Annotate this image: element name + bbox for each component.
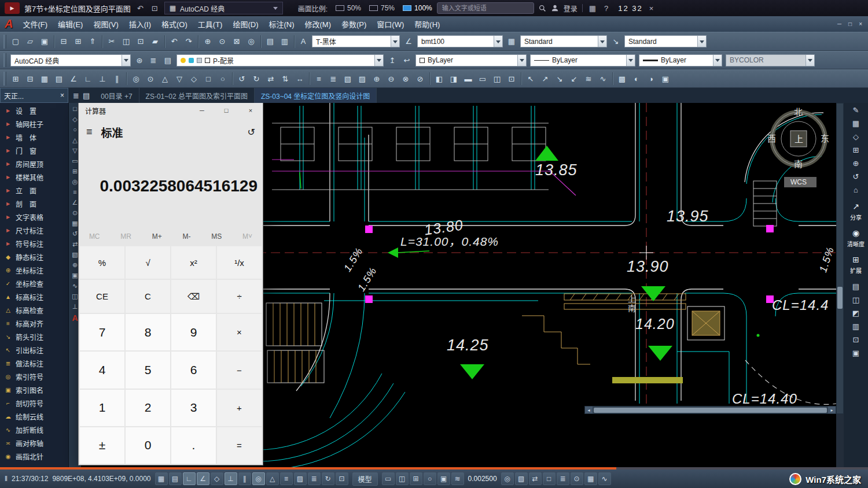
toolbar-icon[interactable] bbox=[52, 35, 56, 49]
status-toggle[interactable]: ∥ bbox=[238, 472, 251, 485]
toolbar-icon[interactable]: ⊘ bbox=[413, 72, 427, 86]
toolbar-icon[interactable]: ◫ bbox=[72, 293, 78, 300]
hamburger-menu-icon[interactable]: ≡ bbox=[86, 126, 93, 138]
sidebar-item[interactable]: ▶房间屋顶 bbox=[0, 157, 68, 171]
status-toggle[interactable]: ∠ bbox=[197, 472, 209, 485]
minimize-button[interactable]: ─ bbox=[190, 107, 214, 114]
toolbar-icon[interactable]: ▩ bbox=[615, 72, 629, 86]
toolbar-icon[interactable]: ⌂ bbox=[854, 186, 858, 194]
dim-style-icon[interactable]: ∠ bbox=[402, 35, 415, 49]
toolbar-icon[interactable] bbox=[610, 72, 615, 86]
memory-button[interactable]: MS bbox=[211, 232, 222, 241]
calculator-key[interactable]: % bbox=[80, 246, 124, 279]
workspace-select[interactable]: AutoCAD 经典 bbox=[10, 54, 131, 66]
publish-icon[interactable]: ⇑ bbox=[86, 35, 100, 49]
status-icon[interactable]: ◎ bbox=[501, 472, 514, 485]
toolbar-icon[interactable]: ∠ bbox=[67, 72, 80, 86]
toolbar-icon[interactable]: ▣ bbox=[72, 272, 78, 279]
toolbar-icon[interactable]: ⊗ bbox=[399, 72, 413, 86]
save-icon[interactable]: ▣ bbox=[38, 35, 52, 49]
status-toggle[interactable]: ∟ bbox=[183, 472, 196, 485]
toolbar-icon[interactable] bbox=[259, 35, 263, 49]
scrollbar-thumb[interactable] bbox=[837, 287, 843, 309]
toolbar-icon[interactable]: ↖ bbox=[524, 72, 538, 86]
status-toggle[interactable]: ↻ bbox=[322, 472, 334, 485]
status-toggle[interactable]: ▦ bbox=[155, 472, 168, 485]
status-toggle[interactable]: ⊡ bbox=[336, 472, 348, 485]
menu-view[interactable]: 视图(V) bbox=[88, 17, 123, 31]
sidebar-item[interactable]: △标高检查 bbox=[0, 304, 68, 317]
status-toggle[interactable]: ≣ bbox=[308, 472, 321, 485]
status-toggle[interactable]: ▨ bbox=[294, 472, 307, 485]
calculator-key[interactable]: √ bbox=[126, 246, 170, 279]
toolbar-icon[interactable]: ⊙ bbox=[72, 210, 78, 216]
maximize-button[interactable]: □ bbox=[214, 107, 238, 114]
toolbar-icon[interactable]: ▭ bbox=[476, 72, 490, 86]
designcenter-icon[interactable]: ▥ bbox=[278, 35, 292, 49]
layer-properties-icon[interactable]: ≣ bbox=[146, 53, 160, 67]
toolbar-icon[interactable]: ↘ bbox=[553, 72, 567, 86]
pause-icon[interactable]: ‖ bbox=[5, 475, 8, 483]
toolbar-icon[interactable]: ▥ bbox=[852, 323, 859, 330]
sidebar-item[interactable]: ▶剖 面 bbox=[0, 197, 68, 210]
memory-button[interactable]: MC bbox=[89, 232, 100, 241]
tab-list-icon[interactable]: ▤ bbox=[83, 92, 90, 99]
toolbar-icon[interactable]: ↺ bbox=[235, 72, 249, 86]
toolbar-icon[interactable]: □ bbox=[73, 106, 77, 112]
toolbar-icon[interactable]: ○ bbox=[73, 127, 77, 133]
vertical-scrollbar[interactable] bbox=[836, 103, 844, 414]
calculator-key[interactable]: ⌫ bbox=[171, 280, 216, 313]
calculator-key[interactable]: − bbox=[217, 352, 262, 388]
toolbar-icon[interactable] bbox=[124, 72, 128, 86]
apps-grid-icon[interactable]: ▦ bbox=[587, 4, 598, 13]
gear-icon[interactable]: ⊛ bbox=[133, 53, 146, 67]
toolbar-grip[interactable] bbox=[3, 35, 6, 49]
palette-header[interactable]: 天正... × bbox=[0, 88, 68, 103]
toolbar-icon[interactable]: ⊡ bbox=[505, 72, 518, 86]
scale-75-button[interactable]: 75% bbox=[369, 4, 395, 12]
drawing-tab[interactable]: 00目录 +7 bbox=[94, 88, 139, 103]
toolbar-icon[interactable]: ▽ bbox=[72, 147, 77, 154]
toolbar-icon[interactable]: ◇ bbox=[853, 133, 859, 141]
status-toggle[interactable]: ◎ bbox=[252, 472, 265, 485]
linetype-select[interactable]: ByLayer bbox=[530, 54, 635, 66]
sidebar-item[interactable]: ∿加折断线 bbox=[0, 423, 68, 437]
toolbar-icon[interactable]: ⊞ bbox=[853, 146, 859, 154]
text-style-icon[interactable]: A bbox=[296, 35, 310, 49]
toolbar-icon[interactable]: ▬ bbox=[461, 72, 475, 86]
zoom-previous-icon[interactable]: ◎ bbox=[244, 35, 258, 49]
calculator-key[interactable]: 7 bbox=[80, 314, 124, 350]
app-workspace-select[interactable]: ▦ AutoCAD 经典 bbox=[164, 2, 283, 14]
minimize-icon[interactable]: ─ bbox=[837, 21, 841, 27]
sidebar-item[interactable]: ▶轴网柱子 bbox=[0, 117, 68, 131]
toolbar-icon[interactable]: ↺ bbox=[72, 231, 78, 237]
status-toggle[interactable]: ≡ bbox=[280, 472, 293, 485]
close-icon[interactable]: × bbox=[648, 4, 656, 13]
toolbar-icon[interactable]: ⊥ bbox=[95, 72, 109, 86]
toolbar-icon[interactable]: ⊕ bbox=[72, 262, 78, 268]
scroll-left-icon[interactable]: ◂ bbox=[585, 406, 593, 413]
toolbar-icon[interactable]: ↻ bbox=[249, 72, 263, 86]
plot-icon[interactable]: ⊟ bbox=[57, 35, 71, 49]
status-icon[interactable]: ≋ bbox=[451, 472, 464, 485]
redo-icon[interactable]: ↷ bbox=[182, 35, 196, 49]
toolbar-icon[interactable] bbox=[428, 72, 432, 86]
quality-button[interactable]: ◉清晰度 bbox=[847, 228, 865, 248]
toolbar-icon[interactable]: ◎ bbox=[129, 72, 143, 86]
toolbar-icon[interactable]: ≣ bbox=[326, 72, 340, 86]
layer-states-icon[interactable]: ▤ bbox=[161, 53, 175, 67]
sidebar-item[interactable]: ▶符号标注 bbox=[0, 237, 68, 250]
memory-button[interactable]: M+ bbox=[152, 232, 162, 241]
zoom-realtime-icon[interactable]: ⊙ bbox=[215, 35, 229, 49]
status-icon[interactable]: ⊙ bbox=[571, 472, 583, 485]
menu-edit[interactable]: 编辑(E) bbox=[53, 17, 88, 31]
sidebar-item[interactable]: ≣做法标注 bbox=[0, 357, 68, 370]
menu-dimension[interactable]: 标注(N) bbox=[263, 17, 299, 31]
toolbar-icon[interactable]: ▦ bbox=[852, 120, 859, 127]
sidebar-item[interactable]: ▣索引图名 bbox=[0, 383, 68, 397]
toolbar-icon[interactable]: ▧ bbox=[72, 252, 78, 258]
status-toggle[interactable]: ◇ bbox=[211, 472, 223, 485]
sidebar-item[interactable]: ▶墙 体 bbox=[0, 131, 68, 144]
toolbar-icon[interactable]: ≡ bbox=[73, 189, 76, 195]
toolbar-icon[interactable]: ∿ bbox=[596, 72, 610, 86]
